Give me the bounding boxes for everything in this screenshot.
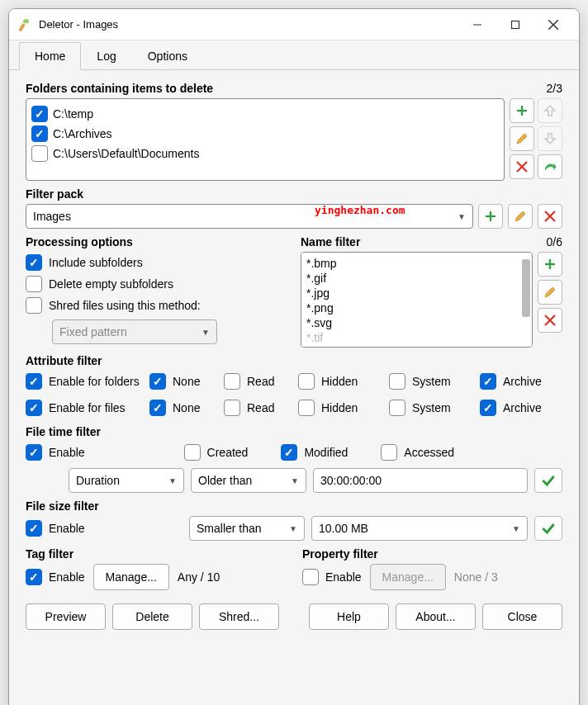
size-value-select[interactable]: 10.00 MB▼ [311,516,528,541]
folder-item: C:\Users\Default\Documents [31,144,499,163]
files-system-checkbox[interactable] [389,400,405,416]
filterpack-header: Filter pack [26,187,83,201]
shred-button[interactable]: Shred... [199,603,279,630]
svg-rect-2 [512,21,519,28]
sizefilter-enable-checkbox[interactable] [26,520,42,537]
propfilter-count: None / 3 [454,570,498,584]
delete-button[interactable]: Delete [112,603,192,630]
tabbar: Home Log Options [9,40,579,70]
accessed-checkbox[interactable] [381,444,397,461]
attrfilter-header: Attribute filter [26,354,102,367]
timefilter-enable-checkbox[interactable] [26,444,42,461]
tagfilter-header: Tag filter [26,547,74,561]
name-item: *.tif [306,330,527,345]
include-subfolders-checkbox[interactable] [26,254,42,271]
sizefilter-header: File size filter [26,499,99,513]
close-window-button[interactable] [534,12,572,37]
namefilter-counter: 0/6 [547,235,562,248]
shred-method-select[interactable]: Fixed pattern▼ [52,319,217,344]
name-item: *.jpg [306,286,527,300]
size-op-select[interactable]: Smaller than▼ [189,516,305,541]
propfilter-enable-checkbox[interactable] [302,569,319,585]
name-item: *.svg [306,315,527,330]
folders-read-checkbox[interactable] [224,373,240,390]
tab-options[interactable]: Options [132,42,203,70]
tagfilter-enable-checkbox[interactable] [26,569,42,585]
namefilter-header: Name filter [301,235,360,248]
move-up-button[interactable] [538,98,562,123]
propfilter-manage-button[interactable]: Manage... [370,564,446,590]
delete-folder-button[interactable] [510,154,534,179]
size-confirm-button[interactable] [534,516,562,541]
help-button[interactable]: Help [309,603,389,630]
tagfilter-manage-button[interactable]: Manage... [93,564,169,590]
edit-filterpack-button[interactable] [508,204,533,229]
app-icon [16,17,32,33]
files-none-checkbox[interactable] [149,400,166,416]
tagfilter-count: Any / 10 [178,570,220,584]
propfilter-header: Property filter [302,547,378,561]
delete-name-button[interactable] [538,308,562,333]
name-item: *.png [306,300,527,315]
folder-checkbox[interactable] [31,106,48,122]
name-item: *.bmp [306,256,527,271]
filterpack-select[interactable]: Images▼ [26,204,473,229]
folders-header: Folders containing items to delete [26,82,213,95]
modified-checkbox[interactable] [281,444,297,461]
delete-empty-checkbox[interactable] [26,276,42,292]
folders-counter: 2/3 [547,82,562,95]
share-button[interactable] [538,154,562,179]
time-value-input[interactable] [313,468,528,493]
folders-archive-checkbox[interactable] [480,373,496,390]
files-archive-checkbox[interactable] [480,400,496,416]
time-op-select[interactable]: Older than▼ [191,468,306,493]
window-title: Deletor - Images [39,18,458,31]
close-button[interactable]: Close [482,603,562,630]
folder-checkbox[interactable] [31,145,48,162]
created-checkbox[interactable] [184,444,201,461]
files-read-checkbox[interactable] [224,400,240,416]
folders-list[interactable]: C:\temp C:\Archives C:\Users\Default\Doc… [26,98,505,181]
enable-folders-checkbox[interactable] [26,373,42,390]
tab-log[interactable]: Log [81,42,131,70]
shred-method-checkbox[interactable] [26,297,42,314]
folder-item: C:\temp [31,104,499,124]
titlebar: Deletor - Images [9,9,579,40]
edit-name-button[interactable] [538,280,562,305]
add-name-button[interactable] [538,252,562,277]
folder-item: C:\Archives [31,124,499,144]
add-filterpack-button[interactable] [478,204,503,229]
timefilter-header: File time filter [26,425,101,438]
scrollbar-thumb[interactable] [522,259,530,317]
watermark: yinghezhan.com [315,204,405,216]
preview-button[interactable]: Preview [26,603,106,630]
add-folder-button[interactable] [510,98,534,123]
maximize-button[interactable] [496,12,534,37]
files-hidden-checkbox[interactable] [298,400,315,416]
minimize-button[interactable] [458,12,496,37]
move-down-button[interactable] [538,126,562,151]
folder-checkbox[interactable] [31,125,48,142]
time-confirm-button[interactable] [534,468,562,493]
delete-filterpack-button[interactable] [538,204,562,229]
name-item: *.gif [306,271,527,286]
folders-hidden-checkbox[interactable] [298,373,315,390]
folders-system-checkbox[interactable] [389,373,405,390]
namefilter-list[interactable]: *.bmp *.gif *.jpg *.png *.svg *.tif [301,252,533,348]
processing-header: Processing options [26,235,133,248]
edit-folder-button[interactable] [510,126,534,151]
enable-files-checkbox[interactable] [26,400,42,416]
about-button[interactable]: About... [396,603,476,630]
svg-rect-0 [23,19,29,23]
folders-none-checkbox[interactable] [149,373,166,390]
time-mode-select[interactable]: Duration▼ [69,468,184,493]
tab-home[interactable]: Home [19,42,81,70]
